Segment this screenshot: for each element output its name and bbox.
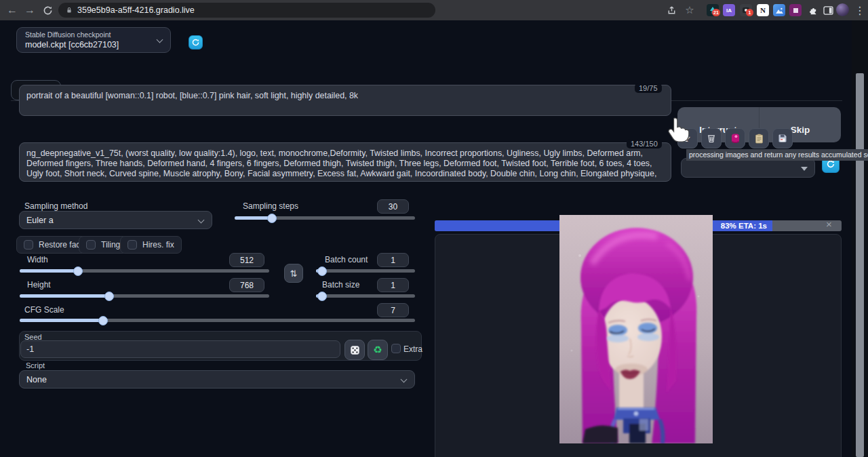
sampling-steps-slider[interactable] — [235, 216, 415, 220]
seed-input[interactable]: -1 — [20, 340, 340, 358]
share-icon[interactable] — [663, 0, 679, 20]
sampling-method-value: Euler a — [26, 216, 54, 225]
height-label: Height — [27, 280, 51, 290]
batch-count-value[interactable]: 1 — [377, 253, 409, 267]
width-label: Width — [27, 255, 48, 264]
browser-toolbar: ← → 359e5b9a-a5ff-4216.gradio.live ☆ 21 … — [0, 0, 868, 20]
cfg-scale-slider[interactable] — [20, 319, 415, 322]
bookmark-star-icon[interactable]: ☆ — [682, 0, 698, 20]
scrollbar-track[interactable] — [852, 20, 868, 457]
back-icon[interactable]: ← — [4, 0, 20, 20]
cfg-scale-label: CFG Scale — [24, 305, 64, 315]
chevron-down-icon — [198, 216, 205, 223]
negative-prompt-counter: 143/150 — [627, 139, 662, 148]
reuse-seed-recycle-button[interactable]: ♻ — [368, 340, 388, 360]
checkbox-icon[interactable] — [86, 240, 96, 250]
checkpoint-refresh-button[interactable] — [189, 35, 203, 49]
sampling-method-label: Sampling method — [24, 201, 87, 211]
clear-prompt-trash-button[interactable] — [701, 128, 722, 148]
hires-fix-checkbox[interactable]: Hires. fix — [120, 236, 182, 254]
batch-count-slider[interactable] — [316, 269, 415, 273]
extension-camera-badge: 1 — [746, 9, 753, 16]
address-bar[interactable]: 359e5b9a-a5ff-4216.gradio.live — [58, 3, 435, 18]
screen: ← → 359e5b9a-a5ff-4216.gradio.live ☆ 21 … — [0, 0, 868, 457]
url-text: 359e5b9a-a5ff-4216.gradio.live — [77, 5, 195, 15]
skip-button[interactable]: Skip — [760, 107, 841, 142]
extension-ia-icon[interactable]: IA — [723, 4, 735, 16]
sampling-steps-label: Sampling steps — [243, 201, 298, 211]
tiling-label: Tiling — [101, 240, 120, 250]
extension-teal-badge: 21 — [712, 9, 720, 16]
prompt-textarea[interactable]: portrait of a beautiful [woman::0.1] rob… — [19, 85, 671, 116]
sampling-method-dropdown[interactable]: Euler a — [19, 211, 212, 229]
script-value: None — [26, 375, 47, 384]
slider-knob[interactable] — [317, 292, 327, 301]
progress-text: 83% ETA: 1s — [721, 222, 767, 230]
seed-extra-checkbox[interactable] — [391, 344, 401, 353]
negative-prompt-textarea[interactable]: ng_deepnegative_v1_75t, (worst quality, … — [19, 142, 671, 182]
slider-knob[interactable] — [317, 266, 327, 276]
slider-knob[interactable] — [104, 292, 114, 301]
generated-image[interactable] — [559, 215, 713, 443]
batch-count-label: Batch count — [325, 255, 368, 264]
site-lock-icon — [65, 5, 73, 15]
forward-icon[interactable]: → — [22, 0, 38, 20]
prompt-text: portrait of a beautiful [woman::0.1] rob… — [26, 91, 358, 100]
checkpoint-label: Stable Diffusion checkpoint — [25, 31, 111, 39]
script-dropdown[interactable]: None — [19, 370, 415, 389]
extension-purple-icon[interactable] — [789, 4, 802, 16]
extension-image-icon[interactable] — [773, 4, 785, 16]
random-seed-dice-button[interactable] — [344, 340, 365, 360]
script-label: Script — [26, 361, 45, 370]
width-slider[interactable] — [20, 269, 269, 273]
checkbox-icon[interactable] — [127, 240, 137, 250]
reload-icon[interactable] — [39, 0, 56, 20]
seed-value: -1 — [26, 344, 34, 354]
batch-size-value[interactable]: 1 — [377, 278, 409, 292]
hires-fix-label: Hires. fix — [142, 240, 174, 250]
browser-menu-icon[interactable]: ⋮ — [852, 0, 868, 20]
webui-page: Stable Diffusion checkpoint model.ckpt [… — [0, 20, 868, 457]
checkpoint-dropdown[interactable]: Stable Diffusion checkpoint model.ckpt [… — [16, 27, 171, 53]
chevron-down-icon — [157, 37, 163, 43]
scrollbar-thumb[interactable] — [856, 73, 864, 457]
prompt-counter: 19/75 — [635, 83, 662, 93]
mouse-cursor-icon — [667, 117, 690, 142]
caret-down-icon — [801, 167, 808, 171]
skip-label: Skip — [791, 125, 810, 135]
height-value[interactable]: 768 — [229, 278, 264, 292]
slider-knob[interactable] — [73, 266, 83, 276]
batch-size-label: Batch size — [322, 280, 359, 290]
skip-tooltip: processing images and return any results… — [686, 149, 868, 161]
close-preview-icon[interactable]: × — [826, 218, 832, 230]
checkpoint-value: model.ckpt [cc6cb27103] — [25, 40, 119, 49]
side-panel-icon[interactable] — [820, 0, 836, 20]
batch-size-slider[interactable] — [316, 294, 415, 298]
seed-extra-label: Extra — [403, 344, 422, 354]
negative-prompt-text: ng_deepnegative_v1_75t, (worst quality, … — [26, 148, 656, 182]
profile-avatar[interactable] — [836, 3, 849, 16]
apply-styles-clipboard-button[interactable] — [749, 128, 769, 148]
cfg-scale-value[interactable]: 7 — [377, 303, 409, 317]
save-style-floppy-button[interactable] — [772, 128, 793, 148]
swap-dimensions-button[interactable]: ⇅ — [284, 264, 303, 283]
styles-dropdown[interactable] — [681, 158, 815, 178]
extension-notion-icon[interactable]: N — [757, 4, 769, 16]
slider-knob[interactable] — [267, 214, 277, 223]
chevron-down-icon — [401, 376, 408, 382]
checkbox-icon[interactable] — [24, 240, 33, 250]
height-slider[interactable] — [20, 294, 269, 298]
width-value[interactable]: 512 — [229, 253, 264, 267]
extra-networks-palette-button[interactable] — [725, 128, 745, 148]
slider-knob[interactable] — [98, 316, 108, 325]
sampling-steps-value[interactable]: 30 — [377, 199, 409, 214]
extensions-puzzle-icon[interactable] — [804, 0, 821, 20]
